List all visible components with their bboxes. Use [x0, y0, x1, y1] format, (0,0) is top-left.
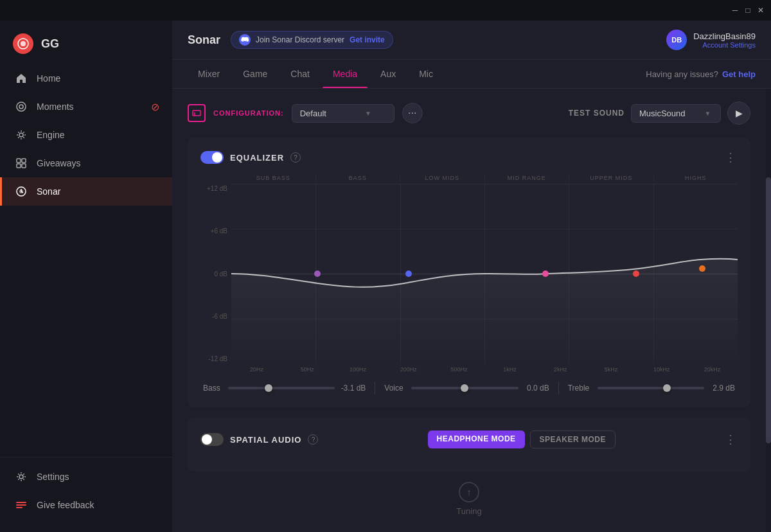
- sidebar: GG Home Moments ⊘ Engine: [0, 21, 172, 532]
- bass-slider-thumb[interactable]: [265, 384, 272, 392]
- config-select[interactable]: Default ▼: [292, 104, 394, 123]
- scrollbar-thumb[interactable]: [766, 177, 771, 443]
- spatial-audio-more-button[interactable]: ⋮: [725, 432, 738, 447]
- svg-point-3: [19, 105, 23, 109]
- eq-chart: SUB BASS BASS LOW MIDS MID RANGE UPPER M…: [200, 175, 738, 395]
- headphone-mode-button[interactable]: HEADPHONE MODE: [428, 430, 525, 448]
- sidebar-item-engine[interactable]: Engine: [0, 121, 172, 149]
- sidebar-nav: Home Moments ⊘ Engine Giveaways: [0, 64, 172, 457]
- freq-label-midrange: MID RANGE: [485, 175, 570, 181]
- svg-rect-13: [16, 504, 26, 506]
- hz-label-2k: 2kHz: [535, 366, 586, 373]
- treble-slider-thumb[interactable]: [663, 384, 671, 392]
- discord-icon: [239, 34, 251, 46]
- equalizer-header: EQUALIZER ? ⋮: [200, 150, 738, 164]
- spatial-modes: HEADPHONE MODE SPEAKER MODE: [428, 430, 616, 448]
- bass-slider[interactable]: [228, 387, 335, 389]
- maximize-button[interactable]: □: [743, 5, 753, 15]
- discord-badge[interactable]: Join Sonar Discord server Get invite: [231, 31, 393, 49]
- tuning-label: Tuning: [456, 506, 481, 516]
- app-logo-icon: [13, 33, 33, 54]
- band-label-bass: Bass: [203, 384, 226, 393]
- close-button[interactable]: ✕: [756, 5, 766, 15]
- test-sound-selected: MusicSound: [639, 109, 686, 118]
- test-sound-label: TEST SOUND: [569, 109, 625, 118]
- scrollbar[interactable]: [766, 89, 771, 532]
- speaker-mode-button[interactable]: SPEAKER MODE: [530, 430, 616, 448]
- svg-point-2: [17, 102, 26, 111]
- page-title: Sonar: [188, 33, 220, 47]
- discord-link[interactable]: Get invite: [350, 35, 385, 44]
- equalizer-more-button[interactable]: ⋮: [725, 150, 738, 164]
- y-label-n6: -6 dB: [200, 313, 227, 320]
- spatial-audio-toggle[interactable]: [200, 433, 224, 446]
- eq-dot-bass[interactable]: [405, 270, 412, 277]
- sidebar-item-label-home: Home: [37, 73, 60, 84]
- eq-divider-1: [375, 382, 375, 395]
- sidebar-item-sonar[interactable]: Sonar: [0, 177, 172, 206]
- app-logo-text: GG: [41, 37, 59, 51]
- hz-label-20k: 20kHz: [687, 366, 738, 373]
- sidebar-bottom: Settings Give feedback: [0, 457, 172, 524]
- treble-slider[interactable]: [598, 387, 704, 389]
- test-sound-arrow-icon: ▼: [705, 110, 711, 117]
- freq-label-bass: BASS: [316, 175, 401, 181]
- eq-dot-uppermids[interactable]: [633, 270, 639, 277]
- treble-value: 2.9 dB: [707, 384, 735, 393]
- eq-dot-midrange[interactable]: [542, 270, 549, 277]
- voice-slider[interactable]: [411, 387, 518, 389]
- sidebar-item-moments[interactable]: Moments ⊘: [0, 93, 172, 121]
- hz-label-200: 200Hz: [383, 366, 434, 373]
- config-dropdown-arrow-icon: ▼: [365, 110, 371, 117]
- equalizer-toggle[interactable]: [200, 151, 224, 164]
- app-body: GG Home Moments ⊘ Engine: [0, 21, 771, 532]
- spatial-audio-help-icon[interactable]: ?: [308, 434, 318, 445]
- discord-text: Join Sonar Discord server: [256, 35, 344, 44]
- tabs-bar: Mixer Game Chat Media Aux Mic: [172, 60, 771, 89]
- svg-point-11: [19, 475, 23, 479]
- equalizer-help-icon[interactable]: ?: [290, 152, 301, 163]
- avatar: DB: [666, 30, 687, 50]
- config-more-button[interactable]: ···: [402, 103, 423, 123]
- freq-label-subbass: SUB BASS: [231, 175, 316, 181]
- y-label-n12: -12 dB: [200, 355, 227, 362]
- sidebar-item-feedback[interactable]: Give feedback: [0, 491, 172, 519]
- sidebar-item-giveaways[interactable]: Giveaways: [0, 149, 172, 177]
- svg-rect-8: [22, 164, 26, 168]
- content-area: CONFIGURATION: Default ▼ ··· TEST SOUND …: [172, 89, 766, 532]
- band-label-treble: Treble: [568, 384, 595, 393]
- titlebar: ─ □ ✕: [0, 0, 771, 21]
- tab-game[interactable]: Game: [233, 60, 278, 88]
- eq-dot-highs[interactable]: [699, 265, 705, 272]
- sidebar-item-label-moments: Moments: [37, 102, 74, 112]
- tab-mixer[interactable]: Mixer: [188, 60, 230, 88]
- account-settings-link[interactable]: Account Settings: [702, 41, 756, 49]
- band-label-voice: Voice: [384, 384, 409, 393]
- svg-rect-7: [17, 164, 21, 168]
- svg-point-4: [19, 133, 23, 137]
- hz-label-20: 20Hz: [231, 366, 282, 373]
- tab-mic[interactable]: Mic: [409, 60, 443, 88]
- account-info: DazzlingBasin89 Account Settings: [693, 31, 756, 49]
- topbar-right: DB DazzlingBasin89 Account Settings: [666, 30, 756, 50]
- test-sound-select[interactable]: MusicSound ▼: [631, 104, 721, 123]
- sidebar-item-settings[interactable]: Settings: [0, 463, 172, 491]
- tab-media[interactable]: Media: [323, 60, 368, 88]
- freq-label-lowmids: LOW MIDS: [400, 175, 485, 181]
- equalizer-title: EQUALIZER: [230, 153, 284, 163]
- svg-rect-12: [16, 502, 26, 503]
- eq-dot-subbass[interactable]: [314, 270, 321, 277]
- hz-label-500: 500Hz: [434, 366, 484, 373]
- help-text: Having any issues? Get help: [646, 69, 756, 79]
- minimize-button[interactable]: ─: [730, 5, 740, 15]
- sidebar-item-label-giveaways: Giveaways: [37, 158, 80, 168]
- help-link[interactable]: Get help: [722, 69, 756, 79]
- tab-chat[interactable]: Chat: [280, 60, 320, 88]
- y-label-6: +6 dB: [200, 227, 227, 235]
- sidebar-item-home[interactable]: Home: [0, 64, 172, 93]
- play-button[interactable]: ▶: [727, 102, 750, 125]
- hz-label-10k: 10kHz: [636, 366, 687, 373]
- tab-aux[interactable]: Aux: [370, 60, 406, 88]
- voice-slider-thumb[interactable]: [461, 384, 468, 392]
- sonar-icon: [15, 185, 28, 198]
